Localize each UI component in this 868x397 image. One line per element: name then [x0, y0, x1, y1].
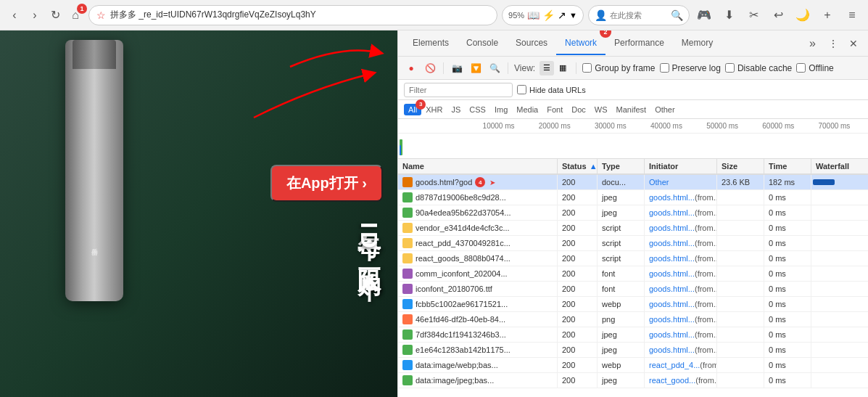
search-input[interactable] [610, 11, 668, 20]
preserve-log-label[interactable]: Preserve log [660, 63, 721, 73]
gamepad-icon[interactable]: 🎮 [694, 5, 714, 25]
search-box[interactable]: 95% 📖 ⚡ ↗ ▼ [502, 5, 584, 25]
filter-type-other[interactable]: Other [650, 104, 679, 115]
book-icon: 📖 [527, 9, 540, 21]
table-row[interactable]: vendor_e341d4de4cfc3c... 200 script good… [398, 221, 868, 236]
table-row[interactable]: comm_iconfont_202004... 200 font goods.h… [398, 266, 868, 282]
filter-type-img[interactable]: Img [490, 104, 512, 115]
filter-input[interactable] [404, 83, 513, 97]
table-row[interactable]: e1e64c1283ab142b1175... 200 jpeg goods.h… [398, 343, 868, 358]
open-in-app-button[interactable]: 在App打开 › [270, 165, 383, 202]
tab-sources[interactable]: Sources [507, 32, 556, 55]
file-icon-img-2 [402, 208, 413, 218]
scissors-icon[interactable]: ✂ [743, 5, 764, 25]
row-name-5: react_goods_8808b0474... [416, 254, 511, 263]
more-tabs-button[interactable]: » [803, 34, 822, 53]
th-waterfall[interactable]: Waterfall [811, 159, 868, 173]
filter-type-font[interactable]: Font [542, 104, 567, 115]
td-type-2: jpeg [598, 205, 645, 220]
search-network-button[interactable]: 🔍 [487, 61, 502, 75]
td-size-7 [717, 282, 764, 296]
clear-button[interactable]: 🚫 [423, 61, 437, 75]
group-by-frame-checkbox[interactable] [582, 63, 592, 73]
table-row[interactable]: react_goods_8808b0474... 200 script good… [398, 251, 868, 266]
table-row[interactable]: 90a4edea95b622d37054... 200 jpeg goods.h… [398, 205, 868, 221]
offline-checkbox[interactable] [796, 63, 806, 73]
view-label: View: [514, 63, 535, 73]
browser-search-icon[interactable]: 🔍 [671, 9, 683, 21]
download-icon[interactable]: ⬇ [719, 5, 739, 25]
td-initiator-4: goods.html... (from... [645, 236, 717, 250]
back-button[interactable]: ‹ [6, 7, 23, 24]
filter-type-media[interactable]: Media [512, 104, 542, 115]
address-bar[interactable]: ☆ 拼多多 _re_id=tUIDN67rW13qdrgfieVqZeZIsoy… [88, 5, 497, 25]
th-time[interactable]: Time [764, 159, 811, 173]
home-badge: 1 [77, 4, 87, 14]
td-time-0: 182 ms [764, 175, 811, 189]
filter-type-ws[interactable]: WS [590, 104, 612, 115]
hide-data-urls-text: Hide data URLs [529, 86, 586, 94]
record-button[interactable]: ● [404, 61, 418, 75]
network-table[interactable]: Name Status ▲ Type Initiator Size Time W… [398, 159, 868, 397]
table-row[interactable]: fcbb5c1002ae96171521... 200 webp goods.h… [398, 297, 868, 312]
filter-type-js[interactable]: JS [447, 104, 465, 115]
table-row[interactable]: 46e1fd46-df2b-40eb-84... 200 png goods.h… [398, 312, 868, 327]
tab-memory[interactable]: Memory [673, 32, 722, 55]
table-row[interactable]: 7df384dc1f19413246b3... 200 jpeg goods.h… [398, 327, 868, 343]
table-row[interactable]: data:image/jpeg;bas... 200 jpeg react_go… [398, 373, 868, 388]
group-by-frame-text: Group by frame [595, 63, 655, 73]
disable-cache-checkbox[interactable] [725, 63, 735, 73]
disable-cache-label[interactable]: Disable cache [725, 63, 792, 73]
table-row[interactable]: goods.html?god 4 ➤ 200 docu... Other 23.… [398, 175, 868, 190]
tab-network[interactable]: Network [556, 32, 605, 55]
td-time-11: 0 ms [764, 343, 811, 357]
undo-icon[interactable]: ↩ [768, 5, 788, 25]
td-time-10: 0 ms [764, 327, 811, 342]
filter-button[interactable]: 🔽 [468, 61, 483, 75]
menu-icon[interactable]: ≡ [842, 5, 862, 25]
td-size-12 [717, 358, 764, 372]
tab-elements[interactable]: Elements [404, 32, 458, 55]
group-by-frame-label[interactable]: Group by frame [582, 63, 655, 73]
row-name-0: goods.html?god [416, 178, 472, 187]
td-time-1: 0 ms [764, 190, 811, 205]
arrow-indicator: ➤ [489, 179, 495, 187]
new-tab-icon[interactable]: + [817, 5, 838, 25]
filter-type-doc[interactable]: Doc [567, 104, 590, 115]
td-time-3: 0 ms [764, 221, 811, 235]
filter-type-manifest[interactable]: Manifest [612, 104, 651, 115]
devtools-settings-button[interactable]: ⋮ [824, 35, 842, 52]
refresh-button[interactable]: ↻ [46, 7, 64, 24]
tab-console[interactable]: Console [458, 32, 507, 55]
tab-performance[interactable]: Performance [605, 32, 673, 55]
th-status[interactable]: Status ▲ [558, 159, 598, 173]
th-initiator[interactable]: Initiator [645, 159, 717, 173]
td-status-12: 200 [558, 358, 598, 372]
moon-icon[interactable]: 🌙 [793, 5, 813, 25]
tab-network-wrap: Network 2 [556, 32, 605, 55]
th-name[interactable]: Name [398, 159, 558, 173]
forward-button[interactable]: › [26, 7, 44, 24]
table-row[interactable]: d8787d19006be8c9d28... 200 jpeg goods.ht… [398, 190, 868, 205]
large-view-button[interactable]: ▦ [555, 61, 570, 75]
hide-data-urls-checkbox[interactable] [517, 85, 526, 94]
row-name-2: 90a4edea95b622d37054... [416, 208, 511, 217]
td-name-6: comm_iconfont_202004... [398, 266, 558, 281]
preserve-log-checkbox[interactable] [660, 63, 669, 73]
file-icon-png-9 [402, 314, 413, 324]
td-waterfall-5 [811, 251, 868, 266]
table-row[interactable]: data:image/webp;bas... 200 webp react_pd… [398, 358, 868, 373]
table-row[interactable]: react_pdd_4370049281c... 200 script good… [398, 236, 868, 251]
filter-row: Hide data URLs [398, 80, 868, 100]
table-row[interactable]: iconfont_20180706.ttf 200 font goods.htm… [398, 282, 868, 297]
td-size-4 [717, 236, 764, 250]
camera-button[interactable]: 📷 [450, 61, 464, 75]
offline-label[interactable]: Offline [796, 63, 833, 73]
list-view-button[interactable]: ☰ [540, 61, 554, 75]
devtools-close-button[interactable]: ✕ [845, 35, 862, 52]
hide-data-urls-label[interactable]: Hide data URLs [517, 85, 586, 94]
th-type[interactable]: Type [598, 159, 645, 173]
promo-text: 每个ID限购一个 [355, 216, 383, 263]
filter-type-css[interactable]: CSS [465, 104, 490, 115]
th-size[interactable]: Size [717, 159, 764, 173]
